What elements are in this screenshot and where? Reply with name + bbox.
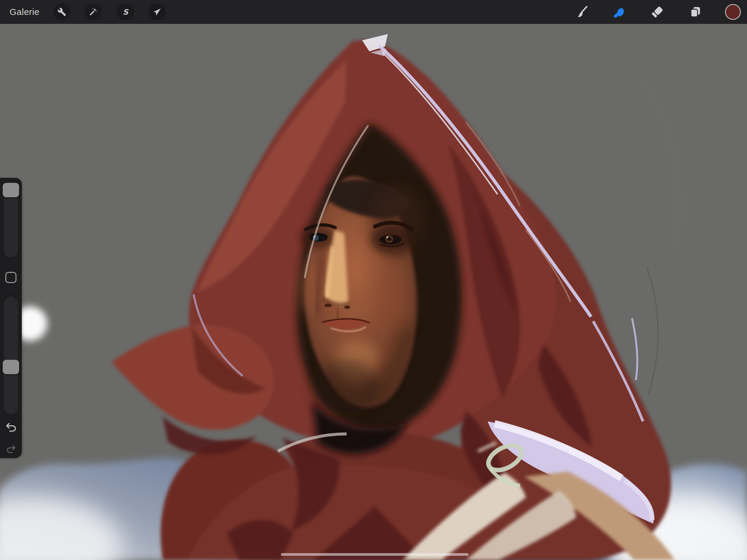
modify-button[interactable]	[5, 272, 17, 283]
wrench-icon	[57, 7, 66, 17]
brush-size-slider[interactable]	[3, 180, 19, 258]
layers-button[interactable]	[685, 0, 706, 24]
home-indicator[interactable]	[281, 553, 468, 556]
gallery-label: Galerie	[9, 7, 40, 17]
magic-wand-icon	[89, 7, 98, 17]
color-swatch	[724, 3, 742, 21]
s-curve-icon: S	[121, 7, 130, 17]
opacity-handle[interactable]	[3, 360, 19, 374]
opacity-slider[interactable]	[3, 295, 19, 415]
paint-tool-button[interactable]	[571, 0, 592, 24]
eraser-icon	[650, 5, 664, 19]
color-button[interactable]	[722, 0, 744, 24]
actions-button[interactable]	[53, 3, 71, 21]
brush-size-handle[interactable]	[3, 183, 19, 197]
svg-text:S: S	[123, 8, 129, 17]
selection-button[interactable]: S	[117, 3, 134, 21]
procreate-screen: Galerie	[0, 0, 747, 560]
undo-button[interactable]	[5, 422, 17, 434]
adjustments-button[interactable]	[84, 3, 102, 21]
sidebar-toolbar	[0, 178, 22, 458]
brush-icon	[574, 5, 588, 19]
redo-icon	[5, 450, 17, 455]
redo-button[interactable]	[5, 444, 17, 455]
erase-tool-button[interactable]	[647, 0, 668, 24]
undo-icon	[5, 428, 17, 433]
gallery-button[interactable]: Galerie	[9, 0, 40, 24]
top-toolbar: Galerie	[0, 0, 747, 24]
arrow-cursor-icon	[153, 7, 162, 17]
artwork-hooded-figure	[0, 24, 747, 560]
transform-button[interactable]	[149, 3, 166, 21]
drawing-canvas[interactable]	[0, 24, 747, 560]
smudge-icon	[611, 5, 625, 19]
layers-icon	[689, 5, 702, 19]
smudge-tool-button[interactable]	[608, 0, 629, 24]
